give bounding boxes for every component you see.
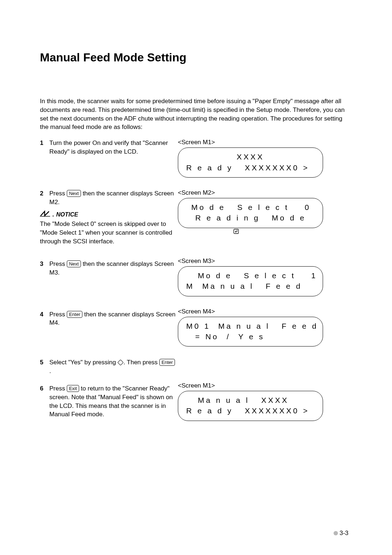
- bullet-icon: [334, 531, 338, 535]
- lcd-screen-m1: XXXX R e a d y XXXXXXX0 >: [178, 147, 323, 178]
- enter-key-icon: Enter: [67, 311, 82, 318]
- step-number: 5: [40, 358, 49, 367]
- step-number: 3: [40, 260, 49, 268]
- step-text: Press Next then the scanner displays Scr…: [49, 189, 178, 207]
- text-fragment: Press: [49, 385, 67, 392]
- next-key-icon: Next: [67, 190, 81, 197]
- lcd-screen-m2: Mo d e S e l e c t 0 R e a d i n g Mo d …: [178, 198, 323, 228]
- text-fragment: Press: [49, 260, 67, 267]
- screen-label: <Screen M1>: [178, 382, 352, 389]
- notice-text: The "Mode Select 0" screen is skipped ov…: [40, 220, 178, 246]
- lcd-screen-m3: Mo d e S e l e c t 1 M Ma n u a l F e e …: [178, 266, 323, 296]
- step-text: Turn the power On and verify that "Scann…: [49, 139, 178, 156]
- lcd-line: Ma n u a l XXXX: [185, 395, 316, 405]
- step-number: 1: [40, 139, 49, 147]
- exit-key-icon: Exit: [67, 385, 79, 392]
- text-fragment: . Then press: [123, 359, 159, 366]
- lcd-screen-m4: M0 1 Ma n u a l F e e d = No / Y e s: [178, 317, 323, 347]
- intro-paragraph: In this mode, the scanner waits for some…: [40, 97, 352, 131]
- notice-label: NOTICE: [56, 211, 78, 219]
- lcd-line: Mo d e S e l e c t 1: [185, 270, 316, 281]
- page-number-text: 3-3: [339, 530, 348, 537]
- screen-label: <Screen M1>: [178, 139, 352, 146]
- text-fragment: Select "Yes" by pressing: [49, 359, 118, 366]
- screen-label: <Screen M2>: [178, 189, 352, 197]
- return-arrow-icon: [186, 215, 192, 220]
- lcd-screen-m1b: Ma n u a l XXXX R e a d y XXXXXXX0 >: [178, 391, 323, 421]
- diamond-icon: [118, 360, 124, 366]
- step-text: Select "Yes" by pressing . Then press En…: [49, 358, 178, 376]
- lcd-text: R e a d i n g Mo d e: [195, 212, 306, 223]
- step-number: 2: [40, 189, 49, 198]
- lcd-line: R e a d y XXXXXXX0 >: [185, 162, 316, 173]
- period: .: [49, 368, 51, 374]
- next-key-icon: Next: [67, 260, 81, 267]
- lcd-line: XXXX: [185, 151, 316, 162]
- svg-rect-1: [234, 229, 238, 234]
- lcd-line: R e a d i n g Mo d e: [185, 212, 316, 223]
- lcd-line: = No / Y e s: [185, 331, 316, 342]
- text-fragment: Press: [49, 190, 67, 197]
- step-text: Press Next then the scanner displays Scr…: [49, 260, 178, 277]
- enter-key-icon: Enter: [159, 359, 175, 366]
- step-text: Press Exit to return to the "Scanner Rea…: [49, 384, 178, 419]
- text-fragment: Press: [49, 311, 67, 318]
- page-number: 3-3: [334, 530, 348, 537]
- lcd-line: M Ma n u a l F e e d: [185, 281, 316, 291]
- step-number: 6: [40, 384, 49, 393]
- step-text: Press Enter then the scanner displays Sc…: [49, 310, 178, 328]
- lcd-line: Mo d e S e l e c t 0: [185, 202, 316, 212]
- lcd-line: R e a d y XXXXXXX0 >: [185, 405, 316, 416]
- lcd-line: M0 1 Ma n u a l F e e d: [185, 321, 316, 331]
- content-area: 1 Turn the power On and verify that "Sca…: [40, 139, 352, 421]
- notice-dot: .: [52, 210, 54, 219]
- notice-icon: [40, 210, 50, 219]
- screen-label: <Screen M3>: [178, 258, 352, 265]
- page-title: Manual Feed Mode Setting: [40, 51, 352, 64]
- screen-label: <Screen M4>: [178, 308, 352, 315]
- step-number: 4: [40, 310, 49, 319]
